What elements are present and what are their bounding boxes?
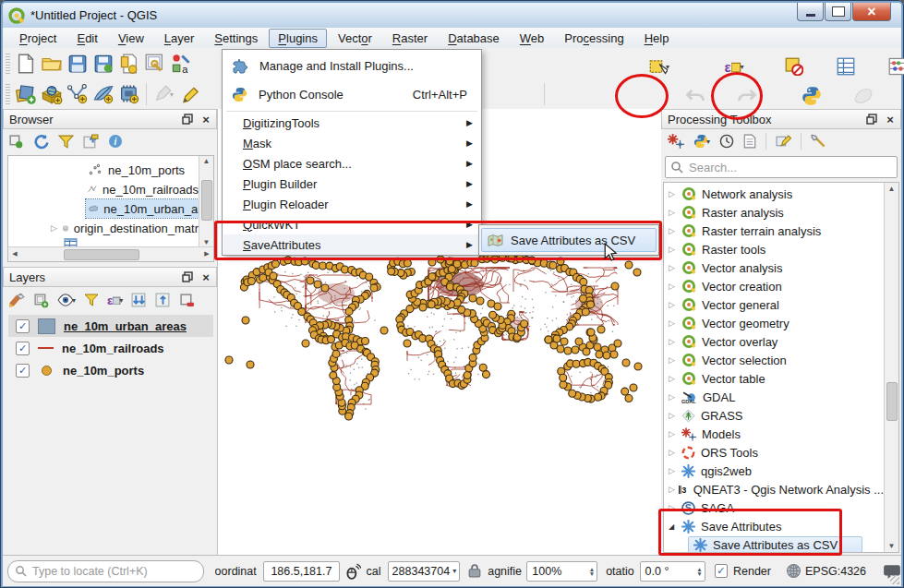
- menu-vector[interactable]: Vector: [329, 29, 381, 48]
- toolbox-group[interactable]: ▷SSAGA: [669, 498, 884, 517]
- toolbox-group[interactable]: ▷Vector table: [669, 369, 884, 388]
- toolbox-group[interactable]: ▷Vector general: [669, 295, 884, 314]
- menu-item-plugin-reloader[interactable]: Plugin Reloader▶: [223, 194, 480, 214]
- menu-item-quickwkt[interactable]: QuickWKT▶: [223, 214, 480, 234]
- toolbar-grip[interactable]: [6, 84, 10, 104]
- expander-icon[interactable]: ▷: [669, 263, 678, 272]
- menu-item-python-console[interactable]: Python Console Ctrl+Alt+P: [223, 80, 480, 109]
- toolbox-group[interactable]: ▷ORS Tools: [669, 443, 884, 462]
- expander-icon[interactable]: ▷: [669, 245, 678, 254]
- titlebar[interactable]: *Untitled Project - QGIS: [3, 3, 901, 29]
- toolbox-group[interactable]: ▷Raster tools: [669, 240, 884, 258]
- menu-item-saveattributes[interactable]: SaveAttributes▶: [223, 234, 480, 255]
- expander-icon[interactable]: ▷: [669, 503, 678, 512]
- menu-plugins[interactable]: Plugins: [269, 29, 327, 48]
- menu-settings[interactable]: Settings: [205, 29, 267, 48]
- menu-web[interactable]: Web: [511, 29, 554, 48]
- rotation-spinbox[interactable]: 0.0 ° ▲▼: [640, 561, 705, 582]
- expander-icon[interactable]: ▷: [51, 223, 57, 233]
- spin-down-icon[interactable]: ▼: [589, 571, 595, 576]
- redo-button[interactable]: [734, 83, 760, 109]
- new-print-layout-button[interactable]: [116, 51, 142, 77]
- lock-scale-icon[interactable]: [468, 564, 481, 578]
- select-by-expression-button[interactable]: ε▾: [721, 54, 747, 79]
- style-manager-button[interactable]: a: [168, 51, 194, 77]
- scroll-left-icon[interactable]: ◀: [9, 250, 20, 258]
- toolbox-group[interactable]: ▷Vector selection: [669, 351, 884, 369]
- options-button[interactable]: [811, 134, 827, 149]
- add-group-button[interactable]: [33, 293, 49, 308]
- expander-icon[interactable]: ▷: [669, 392, 678, 402]
- manage-map-themes-button[interactable]: ▾: [57, 294, 76, 306]
- expander-icon[interactable]: ▷: [669, 485, 675, 494]
- save-project-button[interactable]: [65, 51, 90, 77]
- layer-row-ports[interactable]: ✓ ne_10m_ports: [8, 359, 213, 381]
- refresh-button[interactable]: [33, 134, 49, 150]
- crs-label[interactable]: EPSG:4326: [805, 565, 866, 578]
- float-panel-button[interactable]: [865, 113, 878, 126]
- toolbox-group[interactable]: ▷GDALGDAL: [669, 388, 884, 406]
- statistical-summary-button[interactable]: [886, 54, 904, 79]
- scroll-up-icon[interactable]: ▲: [885, 185, 898, 193]
- expander-icon[interactable]: ▷: [669, 282, 678, 291]
- toolbox-group[interactable]: ▷GRASS: [669, 406, 884, 425]
- browser-vscrollbar[interactable]: ▲ ▼: [199, 156, 213, 247]
- minimize-button[interactable]: [797, 3, 824, 21]
- new-geopackage-layer-button[interactable]: [39, 81, 65, 107]
- extents-mouse-icon[interactable]: [344, 563, 361, 580]
- toolbox-group[interactable]: ▷Vector overlay: [669, 332, 884, 351]
- browser-item-ports[interactable]: ne_10m_ports: [88, 161, 199, 179]
- scroll-right-icon[interactable]: ▶: [201, 250, 212, 258]
- undo-button[interactable]: [682, 83, 708, 109]
- expand-all-button[interactable]: [131, 293, 147, 308]
- toolbox-group[interactable]: ▷Models: [669, 425, 884, 443]
- scrollbar-thumb[interactable]: [886, 382, 898, 421]
- open-attribute-table-button[interactable]: [833, 54, 859, 79]
- open-project-button[interactable]: [39, 51, 65, 77]
- models-menu-button[interactable]: [668, 134, 684, 149]
- browser-item-origin-destination[interactable]: ▷ origin_destination_matr: [51, 219, 199, 237]
- new-virtual-layer-button[interactable]: [116, 81, 142, 107]
- menu-raster[interactable]: Raster: [383, 29, 437, 48]
- data-source-manager-button[interactable]: [13, 81, 39, 107]
- menu-help[interactable]: Help: [635, 29, 679, 48]
- layer-styling-button[interactable]: [8, 293, 25, 307]
- expander-icon[interactable]: ▷: [669, 429, 678, 438]
- python-scripts-button[interactable]: ▾: [693, 134, 710, 149]
- layer-checkbox[interactable]: ✓: [16, 342, 30, 355]
- menu-item-plugin-builder[interactable]: Plugin Builder▶: [223, 174, 480, 194]
- toolbox-group[interactable]: ▷Raster analysis: [669, 203, 884, 222]
- expander-icon[interactable]: ▷: [669, 448, 678, 457]
- toolbox-group[interactable]: ◢Save Attributes: [669, 517, 884, 535]
- browser-panel-titlebar[interactable]: Browser ×: [3, 109, 217, 129]
- toolbox-group[interactable]: ▷Vector geometry: [669, 314, 884, 332]
- properties-info-button[interactable]: i: [108, 134, 123, 149]
- layer-checkbox[interactable]: ✓: [16, 319, 30, 333]
- menu-layer[interactable]: Layer: [155, 29, 204, 48]
- close-panel-button[interactable]: ×: [199, 270, 212, 283]
- float-panel-button[interactable]: [181, 113, 194, 126]
- expander-icon[interactable]: ▷: [669, 466, 678, 475]
- scroll-down-icon[interactable]: ▼: [885, 542, 898, 550]
- history-button[interactable]: [719, 134, 734, 149]
- new-project-button[interactable]: [13, 51, 39, 77]
- plugin-tool-button[interactable]: [850, 83, 876, 109]
- menu-edit[interactable]: Edit: [67, 29, 106, 48]
- menu-item-save-attributes-as-csv[interactable]: Save Attributes as CSV: [481, 228, 657, 252]
- toolbar-grip[interactable]: [6, 54, 10, 74]
- layer-row-urban-areas[interactable]: ✓ ne_10m_urban_areas: [8, 315, 213, 337]
- magnifier-spinbox[interactable]: 100% ▲▼: [526, 561, 597, 582]
- toolbox-vscrollbar[interactable]: ▲ ▼: [884, 183, 898, 552]
- crs-globe-icon[interactable]: [786, 563, 802, 579]
- new-shapefile-layer-button[interactable]: [65, 81, 90, 107]
- toolbox-group[interactable]: ▷3QNEAT3 - Qgis Network Analysis ...: [669, 480, 884, 498]
- render-checkbox[interactable]: ✓: [715, 564, 728, 578]
- toolbox-search-box[interactable]: Search...: [665, 156, 898, 178]
- browser-item-urban-areas[interactable]: ne_10m_urban_area: [86, 199, 214, 218]
- toolbox-group[interactable]: ▷Raster terrain analysis: [669, 222, 884, 240]
- filter-browser-button[interactable]: [58, 134, 74, 150]
- menu-item-osm-place-search[interactable]: OSM place search...▶: [223, 153, 480, 174]
- toolbox-group[interactable]: ▷Network analysis: [669, 185, 884, 203]
- add-selected-layer-button[interactable]: [8, 134, 24, 150]
- spin-buttons[interactable]: ▲▼: [589, 567, 595, 576]
